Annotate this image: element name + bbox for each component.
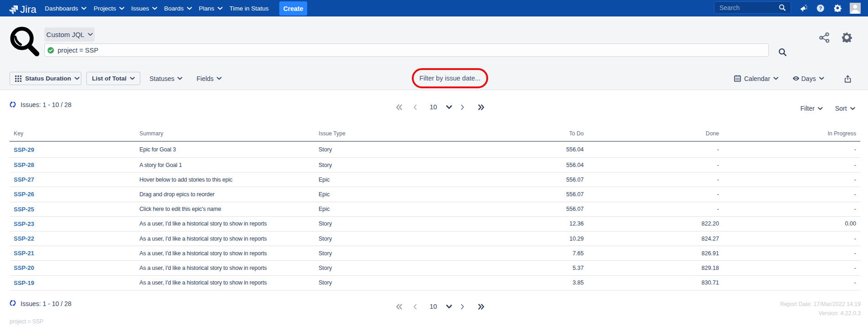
svg-text:?: ? [819, 5, 822, 11]
